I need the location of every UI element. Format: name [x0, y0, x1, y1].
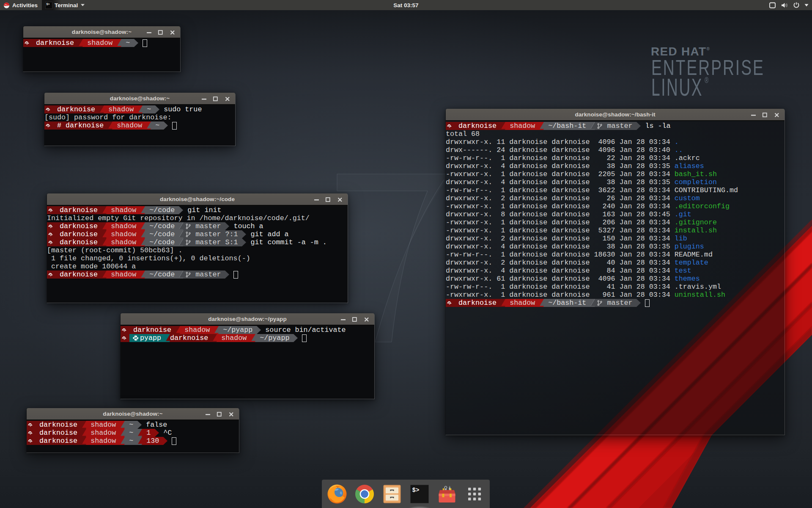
- svg-text:$>: $>: [47, 3, 50, 6]
- svg-text:$>: $>: [412, 487, 420, 494]
